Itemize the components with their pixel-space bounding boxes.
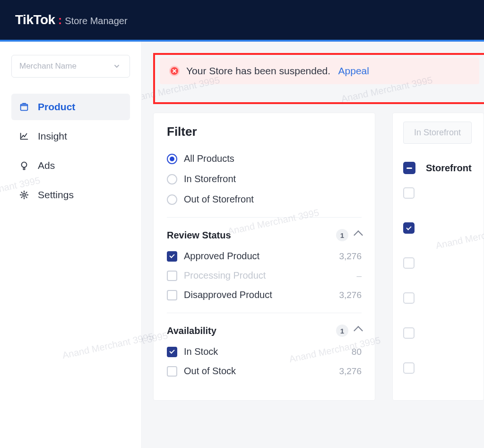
scope-option-out-storefront[interactable]: Out of Storefront [167,194,362,205]
filter-panel: Filter All Products In Storefront Out of… [153,113,375,401]
check-count: 80 [352,347,362,357]
count-badge: 1 [336,229,348,241]
review-approved[interactable]: Approved Product 3,276 [167,251,362,262]
sidebar-item-label: Ads [38,160,55,171]
scope-option-label: In Storefront [184,174,236,184]
appeal-link[interactable]: Appeal [338,65,369,76]
brand-colon: : [58,13,62,27]
scope-option-in-storefront[interactable]: In Storefront [167,174,362,184]
availability-header[interactable]: Availability 1 [167,325,362,337]
brand: TikTok : Store Manager [15,12,128,27]
row-checkbox[interactable] [403,187,415,199]
in-storefront-button[interactable]: In Storefront [403,122,472,144]
availability-in-stock[interactable]: In Stock 80 [167,346,362,357]
check-count: 3,276 [339,251,362,262]
table-body [403,187,473,374]
svg-point-1 [22,162,27,167]
divider [167,217,362,218]
check-label: Out of Stock [184,366,236,377]
availability-out-stock[interactable]: Out of Stock 3,276 [167,366,362,377]
sidebar-item-label: Product [38,101,75,113]
table-header: Storefront [403,162,473,174]
check-label: Approved Product [184,251,259,262]
check-label: Disapproved Product [184,290,272,300]
radio-icon [167,154,177,164]
main-content: Your Store has been suspended. Appeal Fi… [142,42,484,448]
sidebar: Merchant Name Product Insight [0,42,142,448]
sidebar-item-product[interactable]: Product [11,94,130,120]
checkbox-icon [167,366,177,377]
gear-icon [19,190,29,200]
row-checkbox[interactable] [403,292,415,304]
alert-highlight-box: Your Store has been suspended. Appeal [153,53,484,104]
radio-icon [167,174,177,184]
availability-list: In Stock 80 Out of Stock 3,276 [167,346,362,377]
chevron-down-icon [112,61,122,71]
merchant-select[interactable]: Merchant Name [11,55,130,78]
check-count: 3,276 [339,290,362,300]
chevron-up-icon[interactable] [354,326,363,335]
review-status-header[interactable]: Review Status 1 [167,229,362,241]
scope-option-all[interactable]: All Products [167,153,362,164]
review-status-list: Approved Product 3,276 Processing Produc… [167,251,362,300]
checkbox-icon [167,251,177,262]
row-checkbox[interactable] [403,222,415,234]
merchant-select-placeholder: Merchant Name [19,61,77,71]
chart-line-icon [19,131,29,141]
sidebar-item-ads[interactable]: Ads [11,152,130,179]
review-processing: Processing Product – [167,270,362,281]
scope-option-label: Out of Storefront [184,194,254,205]
select-all-checkbox[interactable] [403,162,415,174]
store-suspended-alert: Your Store has been suspended. Appeal [160,58,479,84]
divider [167,313,362,313]
brand-subtitle: Store Manager [65,16,127,26]
chevron-up-icon[interactable] [354,230,363,240]
sidebar-nav: Product Insight Ads Settings [11,94,130,208]
checkbox-icon [167,347,177,357]
brand-logo: TikTok [15,12,55,27]
package-icon [19,102,29,112]
check-count: 3,276 [339,366,362,377]
alert-message: Your Store has been suspended. [186,65,330,76]
top-bar: TikTok : Store Manager [0,0,484,42]
scope-option-label: All Products [184,153,234,164]
filter-title: Filter [167,124,362,139]
check-count: – [356,271,362,281]
check-label: Processing Product [184,270,266,281]
error-icon [169,66,180,76]
section-label: Review Status [167,230,231,241]
sidebar-item-settings[interactable]: Settings [11,182,130,208]
products-panel: In Storefront Storefront [392,113,484,401]
sidebar-item-insight[interactable]: Insight [11,123,130,149]
bulb-icon [19,160,29,171]
checkbox-icon [167,290,177,300]
checkbox-icon [167,271,177,281]
row-checkbox[interactable] [403,362,415,374]
check-label: In Stock [184,346,218,357]
column-storefront: Storefront [426,163,472,174]
count-badge: 1 [336,325,348,337]
review-disapproved[interactable]: Disapproved Product 3,276 [167,290,362,300]
section-label: Availability [167,325,216,336]
radio-icon [167,194,177,205]
row-checkbox[interactable] [403,327,415,339]
row-checkbox[interactable] [403,257,415,269]
sidebar-item-label: Settings [38,189,74,201]
scope-radio-group: All Products In Storefront Out of Storef… [167,153,362,205]
svg-point-2 [23,193,26,196]
sidebar-item-label: Insight [38,131,67,142]
